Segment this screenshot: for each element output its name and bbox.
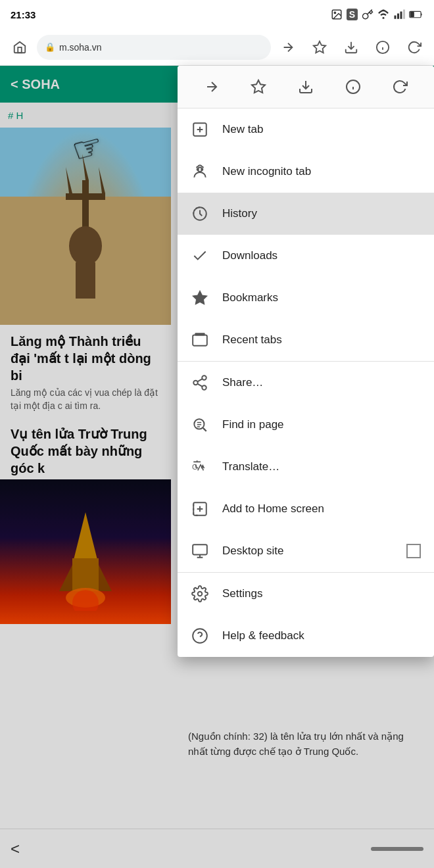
home-button[interactable]: [5, 33, 34, 62]
svg-marker-10: [314, 41, 326, 52]
history-label: History: [222, 207, 421, 220]
recent-tabs-label: Recent tabs: [222, 333, 421, 347]
svg-line-52: [203, 428, 206, 431]
svg-point-44: [193, 381, 198, 385]
find-in-page-label: Find in page: [222, 418, 421, 431]
menu-bookmark-btn[interactable]: [243, 71, 274, 103]
svg-point-38: [201, 169, 203, 170]
desktop-site-label: Desktop site: [222, 544, 393, 558]
help-icon: [191, 627, 209, 645]
svg-marker-28: [252, 80, 265, 93]
menu-download-btn[interactable]: [290, 71, 322, 103]
menu-item-translate[interactable]: G Translate…: [178, 446, 434, 488]
find-in-page-icon: [191, 416, 209, 434]
battery-icon: [409, 9, 423, 20]
download-toolbar-button[interactable]: [337, 33, 366, 62]
recent-tabs-icon: [191, 331, 209, 349]
svg-rect-50: [197, 424, 202, 425]
downloads-label: Downloads: [222, 249, 421, 262]
signal-icon: [393, 9, 405, 20]
translate-label: Translate…: [222, 460, 421, 473]
menu-item-desktop-site[interactable]: Desktop site: [178, 530, 434, 572]
menu-info-btn[interactable]: [337, 71, 369, 103]
settings-label: Settings: [222, 587, 421, 600]
svg-line-46: [197, 384, 202, 387]
menu-item-history[interactable]: History: [178, 193, 434, 235]
menu-item-help[interactable]: Help & feedback: [178, 615, 434, 657]
bookmark-button[interactable]: [305, 33, 334, 62]
svg-point-2: [383, 17, 385, 19]
share-icon: [191, 374, 209, 392]
menu-item-settings[interactable]: Settings: [178, 573, 434, 615]
incognito-icon: [191, 162, 209, 181]
svg-rect-5: [400, 12, 402, 19]
svg-rect-41: [193, 335, 207, 345]
svg-point-37: [197, 169, 199, 170]
svg-point-60: [198, 592, 203, 596]
settings-icon: [191, 585, 209, 603]
new-tab-icon: [191, 120, 209, 139]
bookmarks-icon: [191, 289, 209, 307]
svg-rect-49: [197, 422, 202, 423]
share-label: Share…: [222, 376, 421, 389]
address-bar[interactable]: 🔒 m.soha.vn: [37, 35, 271, 60]
menu-item-add-to-home[interactable]: Add to Home screen: [178, 488, 434, 530]
svg-line-47: [197, 379, 202, 381]
bookmarks-label: Bookmarks: [222, 291, 421, 304]
svg-point-45: [202, 385, 206, 390]
translate-icon: G: [191, 458, 209, 476]
svg-marker-40: [193, 291, 207, 304]
svg-rect-51: [197, 426, 200, 427]
history-icon: [191, 205, 209, 223]
menu-item-find-in-page[interactable]: Find in page: [178, 404, 434, 446]
svg-rect-4: [397, 14, 399, 19]
status-bar: 21:33 S: [0, 0, 434, 29]
reload-button[interactable]: [400, 33, 429, 62]
svg-rect-8: [410, 12, 414, 17]
help-label: Help & feedback: [222, 629, 421, 642]
add-to-home-label: Add to Home screen: [222, 502, 421, 516]
info-button[interactable]: [368, 33, 397, 62]
svg-point-1: [334, 12, 335, 13]
dropdown-menu: New tab New incognito tab History: [178, 66, 434, 657]
incognito-label: New incognito tab: [222, 165, 421, 178]
image-icon: [331, 9, 343, 20]
wifi-icon: [377, 9, 389, 20]
svg-rect-42: [195, 333, 205, 335]
svg-rect-9: [18, 47, 22, 53]
menu-forward-btn[interactable]: [196, 71, 228, 103]
downloads-icon: [191, 247, 209, 265]
svg-point-43: [202, 375, 206, 380]
lock-icon: 🔒: [45, 42, 55, 52]
address-text: m.soha.vn: [59, 42, 263, 53]
dropdown-overlay[interactable]: New tab New incognito tab History: [0, 66, 434, 868]
forward-button[interactable]: [274, 33, 302, 62]
menu-icon-row: [178, 66, 434, 108]
svg-point-61: [193, 629, 207, 643]
svg-rect-6: [403, 10, 405, 19]
desktop-site-checkbox[interactable]: [406, 544, 421, 558]
add-to-home-icon: [191, 500, 209, 518]
key-icon: [362, 9, 374, 20]
svg-point-48: [194, 419, 204, 429]
menu-item-new-tab[interactable]: New tab: [178, 108, 434, 151]
menu-reload-btn[interactable]: [384, 71, 416, 103]
menu-item-recent-tabs[interactable]: Recent tabs: [178, 319, 434, 361]
browser-toolbar: 🔒 m.soha.vn: [0, 29, 434, 66]
menu-item-downloads[interactable]: Downloads: [178, 235, 434, 277]
new-tab-label: New tab: [222, 123, 421, 136]
menu-item-incognito[interactable]: New incognito tab: [178, 151, 434, 193]
svg-rect-3: [395, 16, 397, 19]
s-badge: S: [347, 9, 358, 20]
desktop-site-icon: [191, 542, 209, 560]
menu-item-bookmarks[interactable]: Bookmarks: [178, 277, 434, 319]
menu-item-share[interactable]: Share…: [178, 362, 434, 404]
status-icons: S: [331, 9, 423, 20]
status-time: 21:33: [11, 9, 36, 20]
svg-rect-57: [193, 544, 207, 554]
